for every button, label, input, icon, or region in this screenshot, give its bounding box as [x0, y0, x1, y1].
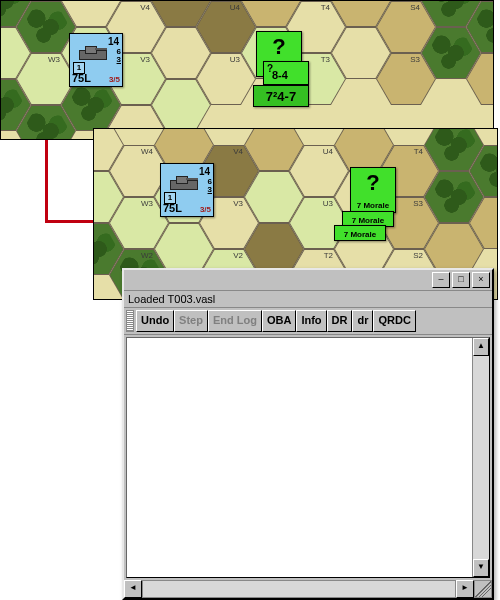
dr-upper-button[interactable]: DR — [327, 310, 353, 332]
hex-label: T4 — [321, 3, 330, 12]
morale-label: 7 Morale — [351, 201, 395, 210]
tank-icon — [75, 44, 109, 62]
hex-label: S3 — [413, 199, 423, 208]
scroll-track[interactable] — [142, 580, 456, 598]
scroll-down-button[interactable]: ▼ — [473, 559, 489, 577]
map-canvas-1[interactable]: V4 U4 T4 S4 R4 W3 V3 U3 T3 S3 R3 14 — [1, 1, 493, 139]
scroll-right-button[interactable]: ► — [456, 580, 474, 598]
map-view-1[interactable]: V4 U4 T4 S4 R4 W3 V3 U3 T3 S3 R3 14 — [0, 0, 494, 140]
hex-label: V2 — [233, 251, 243, 260]
hex-label: W4 — [141, 147, 153, 156]
hex-label: V3 — [140, 55, 150, 64]
counter-gun-label: 75L — [72, 72, 91, 84]
hex-label: W3 — [48, 55, 60, 64]
hex-label: U4 — [323, 147, 333, 156]
counter-value-tr: 14 — [199, 166, 210, 177]
hex-label: T2 — [324, 251, 333, 260]
close-button[interactable]: × — [472, 272, 490, 288]
counter-stats: 6 3 — [117, 48, 121, 64]
vertical-scrollbar[interactable]: ▲ ▼ — [472, 338, 489, 577]
toolbar: Undo Step End Log OBA Info DR dr QRDC — [124, 307, 492, 335]
blue-unit-counter[interactable]: 14 1 6 3 75L 3/5 — [69, 33, 123, 87]
hex-label: U3 — [230, 55, 240, 64]
endlog-button[interactable]: End Log — [208, 310, 262, 332]
titlebar[interactable]: – □ × — [124, 270, 492, 291]
hex-label: S3 — [410, 55, 420, 64]
scroll-up-button[interactable]: ▲ — [473, 338, 489, 356]
tank-icon — [166, 174, 200, 192]
hex-label: U3 — [323, 199, 333, 208]
squad-counter[interactable]: ? 8-4 — [263, 61, 309, 85]
dr-lower-button[interactable]: dr — [352, 310, 373, 332]
counter-ratio: 3/5 — [109, 75, 120, 84]
minimize-button[interactable]: – — [432, 272, 450, 288]
resize-grip[interactable] — [474, 580, 492, 598]
blue-unit-counter[interactable]: 14 1 6 3 75L 3/5 — [160, 163, 214, 217]
info-button[interactable]: Info — [296, 310, 326, 332]
firepower-label: 8-4 — [272, 69, 288, 81]
hex-label: W3 — [141, 199, 153, 208]
horizontal-scrollbar[interactable]: ◄ ► — [124, 580, 492, 598]
hex-label: S2 — [413, 251, 423, 260]
hex-label: W2 — [141, 251, 153, 260]
counter-stats: 6 3 — [208, 178, 212, 194]
log-area[interactable]: ▲ ▼ — [126, 337, 490, 578]
status-text: Loaded T003.vasl — [124, 291, 492, 307]
qrdc-button[interactable]: QRDC — [373, 310, 415, 332]
morale-label: 7 Morale — [335, 230, 385, 239]
scroll-track[interactable] — [473, 356, 489, 559]
hex-label: V4 — [140, 3, 150, 12]
hex-label: T3 — [321, 55, 330, 64]
console-window[interactable]: – □ × Loaded T003.vasl Undo Step End Log… — [122, 268, 494, 600]
maximize-button[interactable]: □ — [452, 272, 470, 288]
step-button[interactable]: Step — [174, 310, 208, 332]
undo-button[interactable]: Undo — [136, 310, 174, 332]
oba-button[interactable]: OBA — [262, 310, 296, 332]
counter-ratio: 3/5 — [200, 205, 211, 214]
counter-value-tr: 14 — [108, 36, 119, 47]
morale-label: 7 Morale — [343, 216, 393, 225]
hex-label: S4 — [410, 3, 420, 12]
firepower-label: 7²4-7 — [254, 89, 308, 104]
concealment-counter[interactable]: ? 7 Morale — [350, 167, 396, 213]
squad-counter[interactable]: 7²4-7 — [253, 85, 309, 107]
question-icon: ? — [257, 34, 301, 60]
hex-label: V4 — [233, 147, 243, 156]
morale-counter[interactable]: 7 Morale — [334, 225, 386, 241]
hex-label: V3 — [233, 199, 243, 208]
hex-label: U4 — [230, 3, 240, 12]
scroll-left-button[interactable]: ◄ — [124, 580, 142, 598]
toolbar-grip[interactable] — [126, 310, 134, 332]
question-icon: ? — [351, 170, 395, 196]
counter-gun-label: 75L — [163, 202, 182, 214]
hex-label: T4 — [414, 147, 423, 156]
